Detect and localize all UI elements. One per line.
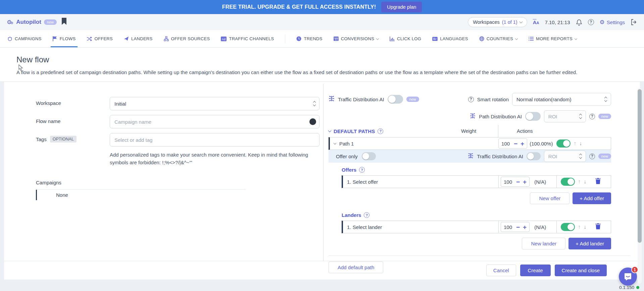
default-paths-title: DEFAULT PATHS [334,128,375,134]
tags-label: Tags [36,136,47,142]
select-stepper-icon [605,97,607,102]
page-head: New flow A flow is a predefined set of c… [0,48,644,82]
countries-globe-icon [479,36,484,41]
traffic-distribution-ai-toggle[interactable] [388,95,403,104]
lander-weight-percent: (N/A) [534,224,546,230]
traffic-distribution-ai-label: Traffic Distribution AI [338,97,384,102]
offer-weight-value[interactable]: 100 [504,179,513,185]
nav-languages[interactable]: LANGUAGES [432,30,468,47]
flow-name-input[interactable] [110,115,319,128]
new-lander-button[interactable]: New lander [522,238,565,249]
add-lander-button[interactable]: + Add lander [568,238,611,249]
traffic-distribution-ai-label: Traffic Distribution AI [477,154,523,159]
translate-icon[interactable]: AA [533,19,539,25]
offer-select[interactable]: 1. Select offer [343,179,498,185]
nav-more-reports[interactable]: MORE REPORTS [529,30,577,47]
move-up-icon[interactable]: ↑ [578,179,581,185]
campaigns-list: None [36,189,246,200]
nav-trends[interactable]: TRENDS [296,30,322,47]
scrollbar-thumb[interactable] [638,89,642,243]
path-roi-select[interactable]: ROI [544,110,586,122]
default-paths-help-icon[interactable]: ? [378,128,383,134]
chat-icon [624,272,632,281]
more-reports-list-icon [529,37,534,41]
path-expander[interactable]: Path 1 [330,141,498,147]
cancel-button[interactable]: Cancel [486,265,516,276]
smart-rotation-select[interactable]: Normal rotation(random) [512,93,611,106]
nav-flows[interactable]: FLOWS [53,30,76,47]
trends-clock-icon [296,36,301,41]
add-offer-button[interactable]: + Add offer [573,192,611,204]
nav-traffic-channels[interactable]: Ad TRAFFIC CHANNELS [221,30,274,47]
workspaces-dropdown[interactable]: Workspaces (1 of 1) [468,17,527,27]
path-weight-value[interactable]: 100 [501,141,511,147]
workspace-select[interactable]: Initial [110,97,319,110]
vertical-scrollbar[interactable] [638,88,642,284]
upgrade-plan-button[interactable]: Upgrade plan [381,2,422,12]
chevron-down-icon [376,37,379,40]
campaigns-none-value: None [36,190,246,200]
path-distribution-help-icon[interactable]: ? [589,114,595,119]
nav-campaigns[interactable]: CAMPAIGNS [7,30,42,47]
nav-offers[interactable]: OFFERS [87,30,113,47]
offer-only-toggle[interactable] [362,152,376,160]
workspaces-count: (1 of 1) [502,19,517,25]
lander-weight-value[interactable]: 100 [504,224,513,230]
move-down-icon[interactable]: ↓ [584,179,586,185]
help-icon[interactable]: ? [588,19,594,25]
path-traffic-ai-toggle[interactable] [527,152,541,160]
workspace-value: Initial [114,101,126,107]
offer-enabled-toggle[interactable] [561,178,575,186]
campaigns-label: Campaigns [36,180,323,185]
ai-brain-icon [470,113,476,120]
notifications-bell-icon[interactable] [576,19,582,26]
nav-label: FLOWS [60,36,76,41]
traffic-ai-help-icon[interactable]: ? [589,154,595,159]
weight-plus-button[interactable]: + [523,224,527,230]
path-distribution-ai-label: Path Distribution AI [479,114,522,119]
nav-offer-sources[interactable]: OFFER SOURCES [164,30,210,47]
paths-panel: Traffic Distribution AI new ? Smart rota… [324,82,630,261]
landers-help-icon[interactable]: ? [364,212,369,218]
chat-widget-button[interactable]: 1 [619,268,637,286]
tags-input[interactable] [110,133,319,147]
nav-click-log[interactable]: CLICK LOG [390,30,421,47]
move-down-icon[interactable]: ↓ [584,224,586,230]
weight-plus-button[interactable]: + [523,179,527,185]
bookmark-icon[interactable] [61,18,67,26]
path-row: Path 1 100 − + (100.00%) ↑ ↓ [329,137,611,150]
svg-text:Ad: Ad [222,37,226,41]
move-down-icon[interactable]: ↓ [579,140,582,147]
offers-help-icon[interactable]: ? [359,167,365,173]
lander-select[interactable]: 1. Select lander [343,224,498,230]
roi-value: ROI [548,154,557,159]
weight-minus-button[interactable]: − [516,224,520,230]
weight-minus-button[interactable]: − [516,179,520,185]
flow-color-dot[interactable] [309,118,316,125]
nav-countries[interactable]: COUNTRIES [479,30,517,47]
logout-icon[interactable] [631,19,637,25]
paths-container: DEFAULT PATHS ? Weight Actions Path 1 10… [329,125,630,256]
path-enabled-toggle[interactable] [556,139,571,148]
default-paths-section[interactable]: DEFAULT PATHS ? [329,128,383,134]
create-and-close-button[interactable]: Create and close [555,265,607,276]
autopilot-link[interactable]: ⚙⚙ Autopilot new [7,19,57,25]
delete-trash-icon[interactable] [595,223,601,231]
paths-header-row: DEFAULT PATHS ? Weight Actions [329,125,611,137]
move-up-icon[interactable]: ↑ [578,224,581,230]
weight-minus-button[interactable]: − [514,140,517,147]
weight-plus-button[interactable]: + [521,140,524,147]
lander-enabled-toggle[interactable] [561,223,575,231]
add-default-path-button[interactable]: Add default path [329,261,383,273]
flow-name-label: Flow name [36,115,110,128]
new-offer-button[interactable]: New offer [530,192,569,204]
create-button[interactable]: Create [520,265,551,276]
move-up-icon[interactable]: ↑ [574,140,576,147]
path-traffic-roi-select[interactable]: ROI [544,151,586,162]
path-distribution-ai-toggle[interactable] [525,112,541,121]
nav-landers[interactable]: LANDERS [124,30,153,47]
delete-trash-icon[interactable] [595,178,601,185]
smart-rotation-help-icon[interactable]: ? [468,97,474,102]
nav-conversions[interactable]: CONVERSIONS [334,30,379,47]
settings-button[interactable]: ⚙ Settings [600,19,625,26]
